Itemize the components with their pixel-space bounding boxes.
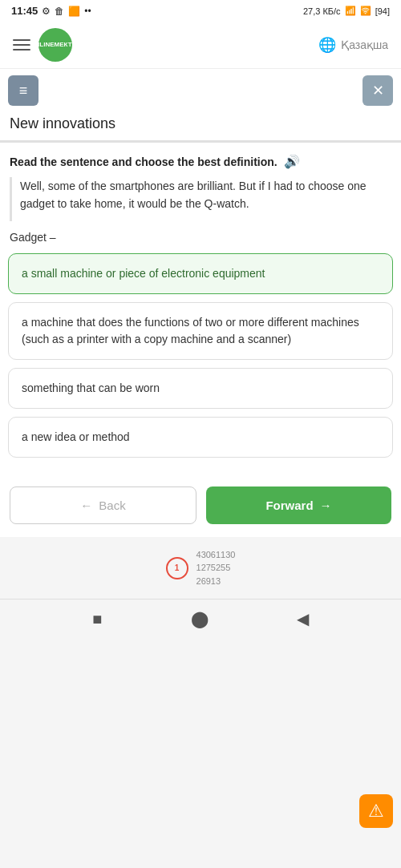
nav-buttons: ← Back Forward → xyxy=(0,474,401,537)
section-title: New innovations xyxy=(0,112,401,140)
gear-icon: ⚙ xyxy=(42,6,51,17)
warning-icon: ⚠ xyxy=(368,801,384,822)
content-area: ≡ ✕ New innovations Read the sentence an… xyxy=(0,69,401,537)
option-4[interactable]: a new idea or method xyxy=(8,417,393,458)
back-arrow-icon: ← xyxy=(80,499,92,512)
top-nav: ONLINEМЕКТЕП 🌐 Қазақша xyxy=(0,22,401,69)
option-1[interactable]: a small machine or piece of electronic e… xyxy=(8,253,393,294)
back-label: Back xyxy=(99,499,125,512)
battery-icon: [94] xyxy=(375,6,390,16)
android-home-icon[interactable]: ⬤ xyxy=(191,609,209,628)
status-bar: 11:45 ⚙ 🗑 🟧 •• 27,3 КБ/с 📶 🛜 [94] xyxy=(0,0,401,22)
instruction-text: Read the sentence and choose the best de… xyxy=(10,155,277,168)
delete-icon: 🗑 xyxy=(55,6,64,17)
android-nav-bar: ■ ⬤ ◀ xyxy=(0,599,401,638)
hamburger-menu-icon[interactable] xyxy=(13,39,30,50)
passage-text: Well, some of the smartphones are brilli… xyxy=(10,177,391,221)
forward-button[interactable]: Forward → xyxy=(206,486,391,524)
options-container: a small machine or piece of electronic e… xyxy=(0,253,401,458)
forward-arrow-icon: → xyxy=(320,499,332,512)
option-3[interactable]: something that can be worn xyxy=(8,368,393,409)
status-time: 11:45 xyxy=(11,5,38,17)
network-speed: 27,3 КБ/с xyxy=(303,6,341,16)
menu-lines-icon: ≡ xyxy=(19,83,28,99)
warning-button[interactable]: ⚠ xyxy=(359,794,393,828)
word-label: Gadget – xyxy=(0,228,401,253)
option-2[interactable]: a machine that does the functions of two… xyxy=(8,302,393,360)
close-button[interactable]: ✕ xyxy=(363,75,393,106)
forward-label: Forward xyxy=(265,499,313,512)
wifi-icon: 🛜 xyxy=(360,6,371,16)
orange-icon: 🟧 xyxy=(68,6,80,17)
instruction: Read the sentence and choose the best de… xyxy=(0,154,401,177)
bottom-info: 1 43061130127525526913 xyxy=(0,537,401,600)
app-logo: ONLINEМЕКТЕП xyxy=(38,28,72,62)
divider xyxy=(0,140,401,143)
back-button[interactable]: ← Back xyxy=(10,486,196,524)
signal-icon: 📶 xyxy=(345,6,356,16)
menu-button[interactable]: ≡ xyxy=(8,75,38,106)
stats-numbers: 43061130127525526913 xyxy=(196,548,236,588)
dots-icon: •• xyxy=(84,6,91,17)
globe-icon: 🌐 xyxy=(318,36,336,54)
android-back-icon[interactable]: ◀ xyxy=(297,609,309,628)
menu-bar: ≡ ✕ xyxy=(0,69,401,112)
circle-indicator: 1 xyxy=(166,557,188,579)
android-square-icon[interactable]: ■ xyxy=(92,610,102,628)
language-label[interactable]: Қазақша xyxy=(341,38,388,51)
audio-icon[interactable]: 🔊 xyxy=(284,154,300,169)
close-icon: ✕ xyxy=(372,82,384,99)
